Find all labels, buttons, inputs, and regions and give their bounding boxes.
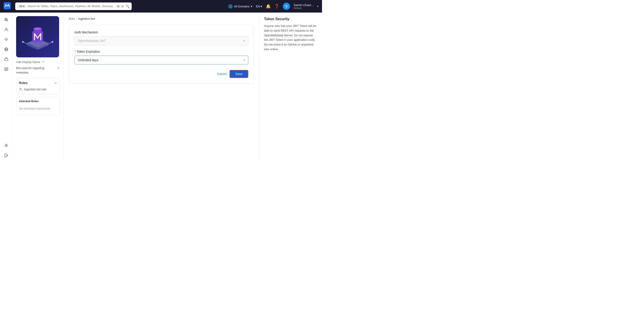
content-area: Add Display Name ✏ Bot used for ingestin… xyxy=(12,13,322,163)
logo[interactable] xyxy=(4,2,12,10)
top-navigation: All ▾ ⌘ K 🔍 🌐 All Domains ▾ EN ▾ 🔔 ❓ S S… xyxy=(0,0,322,13)
svg-point-5 xyxy=(5,39,7,40)
nav-right: 🌐 All Domains ▾ EN ▾ 🔔 ❓ S Sachin Chaur.… xyxy=(228,3,318,10)
auth-mechanism-value: OpenMetadata JWT xyxy=(78,39,106,43)
role-name: Ingestion bot role xyxy=(24,88,46,91)
domains-button[interactable]: 🌐 All Domains ▾ xyxy=(228,4,252,9)
edit-icon: ✏ xyxy=(42,60,45,64)
sidebar-item-catalog[interactable] xyxy=(2,25,11,34)
description-edit-icon[interactable]: ✏ xyxy=(57,66,60,71)
svg-line-3 xyxy=(7,21,8,22)
token-expiration-value: Unlimited days xyxy=(78,58,98,62)
chevron-down-icon: ▾ xyxy=(23,5,24,8)
sidebar-item-insights[interactable] xyxy=(2,35,11,44)
sidebar-item-globe[interactable] xyxy=(2,45,11,54)
token-security-text: Anyone who has your JWT Token will be ab… xyxy=(264,24,318,52)
svg-point-2 xyxy=(5,19,7,20)
token-security-title: Token Security xyxy=(264,17,318,21)
search-icon[interactable]: 🔍 xyxy=(126,5,130,8)
search-all-button[interactable]: All ▾ xyxy=(18,4,26,8)
search-shortcut: ⌘ K xyxy=(116,5,124,8)
roles-section: Roles ✏ Ingestion bot role xyxy=(16,78,60,94)
sidebar-item-quality[interactable] xyxy=(2,55,11,64)
inherited-roles-title: Inherited Roles xyxy=(19,100,57,103)
sidebar-item-settings[interactable] xyxy=(2,141,11,150)
breadcrumb-current: ingestion-bot xyxy=(78,17,95,21)
chevron-down-icon: ▾ xyxy=(244,39,245,43)
svg-rect-20 xyxy=(32,31,43,42)
roles-header: Roles ✏ xyxy=(19,81,57,85)
chevron-down-icon: ▾ xyxy=(244,58,245,62)
main-layout: Add Display Name ✏ Bot used for ingestin… xyxy=(0,13,322,163)
sidebar-item-governance[interactable] xyxy=(2,65,11,74)
breadcrumb-separator: / xyxy=(76,17,77,21)
avatar: S xyxy=(283,3,290,10)
notifications-icon[interactable]: 🔔 xyxy=(266,4,271,9)
help-icon[interactable]: ❓ xyxy=(274,4,279,9)
save-button[interactable]: Save xyxy=(230,70,248,78)
sidebar-item-signout[interactable] xyxy=(2,151,11,160)
svg-rect-9 xyxy=(5,59,8,61)
svg-point-14 xyxy=(6,145,7,146)
left-panel: Add Display Name ✏ Bot used for ingestin… xyxy=(12,13,64,163)
sidebar-item-explore[interactable] xyxy=(2,15,11,24)
svg-point-24 xyxy=(36,28,40,29)
no-inherited-roles-text: No inherited roles found xyxy=(19,105,57,112)
bot-description: Bot used for ingesting metadata. ✏ xyxy=(16,66,60,75)
user-menu-chevron[interactable]: ▾ xyxy=(317,5,318,8)
role-item: Ingestion bot role xyxy=(19,87,57,91)
breadcrumb-parent[interactable]: Bots xyxy=(69,17,75,21)
main-content: Bots / ingestion-bot Auth Mechanism Open… xyxy=(64,13,259,163)
svg-point-25 xyxy=(20,88,21,89)
token-expiration-label: * Token Expiration xyxy=(74,50,248,53)
add-display-name[interactable]: Add Display Name ✏ xyxy=(16,60,60,64)
required-star: * xyxy=(74,50,76,53)
auth-mechanism-select[interactable]: OpenMetadata JWT ▾ xyxy=(74,36,248,45)
inherited-roles-section: Inherited Roles No inherited roles found xyxy=(16,97,60,115)
search-input[interactable] xyxy=(28,5,115,8)
search-bar: All ▾ ⌘ K 🔍 xyxy=(15,3,132,10)
language-button[interactable]: EN ▾ xyxy=(256,5,262,8)
right-panel: Token Security Anyone who has your JWT T… xyxy=(259,13,322,163)
chevron-down-icon: ▾ xyxy=(261,5,262,8)
sidebar xyxy=(0,13,12,163)
user-info: Sachin Chaur... Default xyxy=(294,3,314,10)
breadcrumb: Bots / ingestion-bot xyxy=(69,17,254,21)
svg-point-18 xyxy=(22,41,24,43)
bot-avatar xyxy=(16,16,59,57)
role-user-icon xyxy=(19,87,22,91)
cancel-button[interactable]: Cancel xyxy=(217,72,227,76)
svg-point-19 xyxy=(52,41,53,43)
token-expiration-select[interactable]: Unlimited days ▾ xyxy=(74,56,248,65)
globe-icon: 🌐 xyxy=(228,4,233,9)
chevron-down-icon: ▾ xyxy=(251,5,252,8)
form-actions: Cancel Save xyxy=(74,70,248,78)
form-card: Auth Mechanism OpenMetadata JWT ▾ * Toke… xyxy=(69,25,254,84)
roles-edit-icon[interactable]: ✏ xyxy=(54,81,57,85)
auth-mechanism-label: Auth Mechanism xyxy=(74,31,248,34)
roles-title: Roles xyxy=(19,81,28,85)
